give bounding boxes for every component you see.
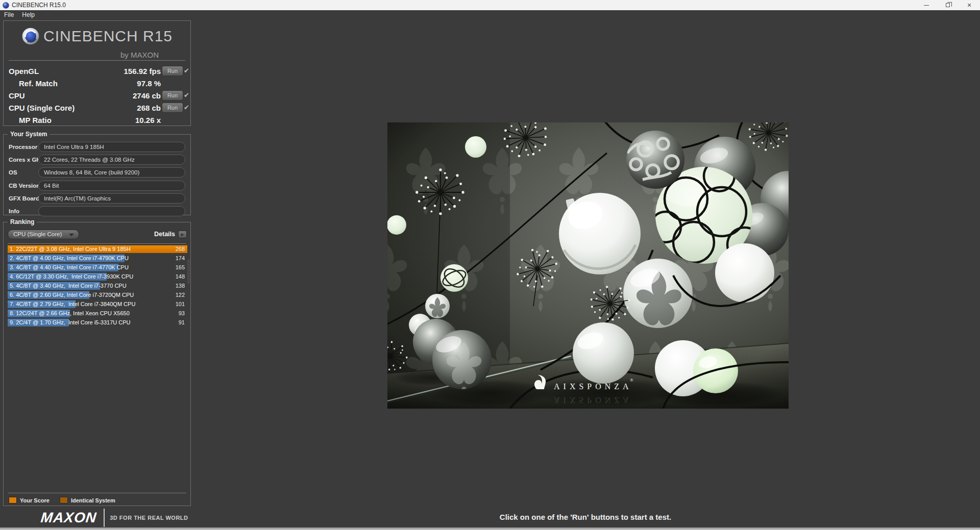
ranking-filter-dropdown[interactable]: CPU (Single Core) [8, 230, 79, 239]
run-cpu-single-button[interactable]: Run [162, 103, 183, 113]
ranking-row-value: 93 [179, 310, 185, 317]
field-label: Processor [9, 144, 37, 150]
ranking-row-6[interactable]: 6. 4C/8T @ 2.60 GHz, Intel Core i7-3720Q… [8, 291, 187, 299]
benchmark-render-image: AIXSPONZA ® AIXSPONZA [387, 122, 789, 409]
close-icon: × [967, 2, 971, 9]
system-row-processor: Processor Intel Core Ultra 9 185H [4, 142, 190, 152]
ranking-row-value: 138 [176, 282, 185, 290]
ranking-row-label: 9. 2C/4T @ 1.70 GHz, Intel Core i5-3317U… [10, 319, 131, 326]
maxon-logo: MAXON [40, 510, 97, 526]
field-label: GFX Board [9, 195, 39, 201]
score-label: Ref. Match [19, 79, 58, 88]
status-message: Click on one of the 'Run' buttons to sta… [191, 513, 980, 521]
scores-panel: CINEBENCH R15 by MAXON OpenGL 156.92 fps… [3, 20, 191, 126]
system-row-cores: Cores x GHz 22 Cores, 22 Threads @ 3.08 … [4, 155, 190, 165]
ranking-row-3[interactable]: 3. 4C/8T @ 4.40 GHz, Intel Core i7-4770K… [8, 264, 187, 271]
ranking-row-value: 174 [176, 255, 185, 262]
ranking-row-label: 1. 22C/22T @ 3.08 GHz, Intel Core Ultra … [10, 245, 131, 253]
menu-bar: File Help [0, 10, 980, 19]
ranking-row-value: 122 [176, 291, 185, 299]
ranking-scrollbar-thumb[interactable] [187, 260, 190, 284]
ranking-row-5[interactable]: 5. 4C/8T @ 3.40 GHz, Intel Core i7-3770 … [8, 282, 187, 290]
ranking-row-label: 8. 12C/24T @ 2.66 GHz, Intel Xeon CPU X5… [10, 310, 130, 317]
cores-field: 22 Cores, 22 Threads @ 3.08 GHz [38, 155, 185, 165]
system-row-os: OS Windows 8, 64 Bit, Core (build 9200) [4, 167, 190, 178]
ranking-row-value: 148 [176, 273, 185, 281]
close-button[interactable]: × [959, 0, 980, 10]
system-row-info: Info [4, 206, 190, 216]
your-system-title: Your System [8, 131, 50, 138]
window-title: CINEBENCH R15.0 [12, 2, 66, 9]
ranking-row-value: 165 [176, 264, 185, 271]
ranking-list: 1. 22C/22T @ 3.08 GHz, Intel Core Ultra … [8, 245, 187, 328]
ranking-row-label: 7. 4C/8T @ 2.79 GHz, Intel Core i7-3840Q… [10, 300, 135, 308]
processor-field: Intel Core Ultra 9 185H [38, 142, 185, 152]
render-scene: AIXSPONZA ® AIXSPONZA [387, 122, 789, 409]
score-label: MP Ratio [19, 116, 52, 124]
ranking-row-1[interactable]: 1. 22C/22T @ 3.08 GHz, Intel Core Ultra … [8, 245, 187, 253]
ranking-row-4[interactable]: 4. 6C/12T @ 3.30 GHz, Intel Core i7-3930… [8, 273, 187, 281]
scores-separator [9, 60, 185, 61]
score-label: CPU [9, 91, 25, 100]
cinebench-window: CINEBENCH R15.0 × File Help [0, 0, 980, 530]
details-label: Details [154, 231, 175, 238]
score-value: 97.8 % [137, 79, 161, 88]
field-label: Info [9, 208, 19, 214]
run-opengl-button[interactable]: Run [162, 66, 183, 76]
ranking-filter-value: CPU (Single Core) [13, 231, 62, 237]
check-icon[interactable]: ✔ [184, 91, 191, 99]
ranking-row-label: 4. 6C/12T @ 3.30 GHz, Intel Core i7-3930… [10, 273, 133, 281]
window-bottom-edge [0, 527, 980, 530]
ranking-row-label: 6. 4C/8T @ 2.60 GHz, Intel Core i7-3720Q… [10, 291, 134, 299]
system-row-gfx: GFX Board Intel(R) Arc(TM) Graphics [4, 193, 190, 204]
ranking-row-2[interactable]: 2. 4C/8T @ 4.00 GHz, Intel Core i7-4790K… [8, 255, 187, 262]
identical-system-swatch [60, 497, 68, 503]
legend-separator [8, 493, 186, 493]
identical-system-label: Identical System [71, 497, 115, 503]
cinema4d-logo-icon [21, 27, 40, 45]
ranking-separator [8, 243, 186, 244]
ranking-panel: Ranking CPU (Single Core) Details ▶ 1. 2… [3, 222, 191, 506]
ranking-legend: Your Score Identical System [9, 497, 122, 503]
ranking-row-label: 5. 4C/8T @ 3.40 GHz, Intel Core i7-3770 … [10, 282, 127, 290]
app-logo-title: CINEBENCH R15 [43, 28, 173, 45]
brand-tagline: 3D FOR THE REAL WORLD [110, 515, 188, 521]
ranking-title: Ranking [8, 218, 37, 225]
score-row-cpu-single: CPU (Single Core) 268 cb Run ✔ [4, 103, 190, 114]
title-bar: CINEBENCH R15.0 × [0, 0, 980, 10]
maxon-brand: MAXON 3D FOR THE REAL WORLD [41, 509, 188, 527]
system-row-cb-version: CB Version 64 Bit [4, 181, 190, 191]
ranking-row-label: 2. 4C/8T @ 4.00 GHz, Intel Core i7-4790K… [10, 255, 129, 262]
ranking-row-label: 3. 4C/8T @ 4.40 GHz, Intel Core i7-4770K… [10, 264, 129, 271]
minimize-icon [924, 5, 929, 6]
brand-divider [104, 509, 105, 527]
check-icon[interactable]: ✔ [184, 67, 191, 74]
app-icon [3, 2, 9, 9]
ranking-row-9[interactable]: 9. 2C/4T @ 1.70 GHz, Intel Core i5-3317U… [8, 319, 187, 326]
field-label: OS [9, 169, 17, 175]
field-label: CB Version [9, 183, 40, 189]
gfx-board-field: Intel(R) Arc(TM) Graphics [38, 193, 185, 204]
score-row-refmatch: Ref. Match 97.8 % [4, 78, 190, 89]
os-field: Windows 8, 64 Bit, Core (build 9200) [38, 167, 185, 178]
your-system-panel: Your System Processor Intel Core Ultra 9… [3, 134, 191, 215]
check-icon[interactable]: ✔ [184, 104, 191, 111]
score-value: 268 cb [137, 104, 161, 112]
score-value: 10.26 x [135, 116, 161, 124]
score-row-cpu: CPU 2746 cb Run ✔ [4, 90, 190, 102]
maximize-button[interactable] [937, 0, 959, 10]
cb-version-field: 64 Bit [38, 181, 185, 191]
menu-file[interactable]: File [0, 11, 18, 18]
menu-help[interactable]: Help [18, 11, 39, 18]
score-row-opengl: OpenGL 156.92 fps Run ✔ [4, 66, 190, 77]
score-value: 2746 cb [133, 91, 161, 100]
your-score-label: Your Score [20, 497, 50, 503]
ranking-row-7[interactable]: 7. 4C/8T @ 2.79 GHz, Intel Core i7-3840Q… [8, 300, 187, 308]
ranking-row-8[interactable]: 8. 12C/24T @ 2.66 GHz, Intel Xeon CPU X5… [8, 310, 187, 317]
score-row-mp-ratio: MP Ratio 10.26 x [4, 115, 190, 126]
details-button[interactable]: ▶ [178, 231, 187, 238]
your-score-swatch [9, 497, 17, 503]
minimize-button[interactable] [916, 0, 937, 10]
ranking-row-value: 268 [176, 245, 185, 253]
run-cpu-button[interactable]: Run [162, 90, 183, 100]
